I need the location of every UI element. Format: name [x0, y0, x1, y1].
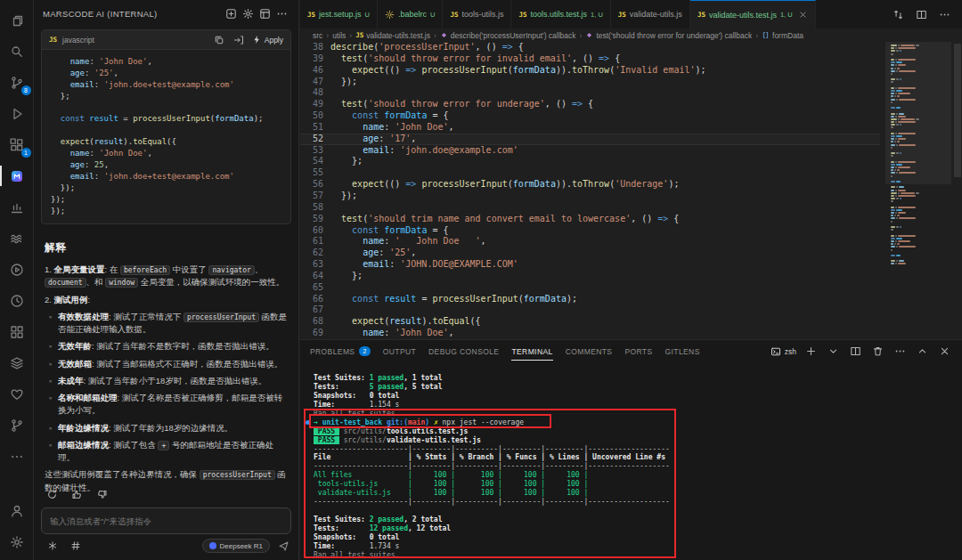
source-control-icon[interactable]: 8 [4, 69, 30, 95]
code-line[interactable] [330, 282, 880, 294]
terminal-line[interactable]: All files | 100 | 100 | 100 | 100 | [314, 471, 955, 480]
scrollbar-thumb[interactable] [954, 44, 961, 177]
code-editor[interactable]: 3839464748495051525354555657585960616263… [300, 42, 962, 339]
history-icon[interactable] [4, 288, 30, 313]
insert-icon[interactable] [232, 32, 247, 47]
marscode-ai-icon[interactable] [4, 163, 30, 189]
code-line[interactable]: name: ' John Doe ', [330, 236, 880, 248]
code-line[interactable]: age: '25', [330, 248, 880, 259]
code-line[interactable]: test('should trim name and convert email… [330, 214, 880, 225]
code-line[interactable]: expect(() => processUserInput(formData))… [330, 65, 880, 77]
minimap[interactable] [891, 45, 948, 266]
code-line[interactable]: }; [330, 156, 880, 167]
panel-tab-ports[interactable]: PORTS [624, 340, 652, 362]
more-icon[interactable] [4, 443, 30, 469]
tab-tools.utils.test.js[interactable]: JStools.utils.test.js1, U [511, 0, 610, 28]
terminal-line[interactable]: Snapshots: 0 total [314, 533, 955, 542]
more-icon[interactable] [893, 344, 908, 359]
settings-gear-icon[interactable] [240, 6, 256, 21]
editor-scrollbar[interactable] [953, 42, 962, 339]
skill-icon[interactable] [45, 539, 60, 554]
code-line[interactable] [330, 167, 880, 179]
code-line[interactable] [330, 87, 880, 99]
files-icon[interactable] [4, 7, 30, 33]
terminal-line[interactable]: Test Suites: 1 passed, 1 total [314, 374, 955, 383]
terminal-line[interactable]: validate-utils.js | 100 | 100 | 100 | 10… [314, 489, 955, 498]
code-line[interactable]: const formData = { [330, 225, 880, 237]
extensions-icon[interactable]: 1 [4, 132, 30, 158]
git-branch-icon[interactable] [4, 412, 30, 438]
code-content[interactable]: describe('processUserInput', () => { tes… [330, 42, 880, 339]
breadcrumb-item[interactable]: formData [762, 31, 803, 40]
code-line[interactable]: age: '17', [330, 134, 880, 145]
terminal-line[interactable]: PASS src/utils/tools.utils.test.js [314, 427, 955, 436]
terminal-output[interactable]: Test Suites: 1 passed, 1 totalTests: 5 p… [314, 374, 955, 560]
close-icon[interactable] [937, 344, 952, 359]
send-button[interactable] [278, 540, 289, 552]
more-icon[interactable] [937, 7, 952, 22]
settings-gear-icon[interactable] [4, 529, 30, 555]
code-line[interactable] [330, 202, 880, 214]
code-line[interactable]: describe('processUserInput', () => { [330, 42, 880, 53]
trash-icon[interactable] [870, 344, 885, 359]
code-line[interactable]: }); [330, 77, 880, 88]
breadcrumb-item[interactable]: utils [332, 31, 346, 40]
model-selector[interactable]: Deepseek R1 [202, 539, 270, 553]
chevron-up-icon[interactable] [915, 344, 930, 359]
chat-input[interactable] [50, 516, 282, 526]
terminal-line[interactable]: Time: 1.154 s [314, 401, 955, 410]
terminal-line[interactable]: ----------------------|---------|-------… [314, 462, 955, 471]
code-line[interactable]: const result = processUserInput(formData… [330, 294, 880, 305]
terminal-line[interactable]: Tests: 5 passed, 5 total [314, 383, 955, 392]
terminal-line[interactable]: Ran all test suites. [314, 410, 955, 418]
split-icon[interactable] [848, 344, 863, 359]
code-line[interactable] [330, 304, 880, 316]
code-line[interactable]: name: 'John Doe', [330, 328, 880, 339]
code-line[interactable]: expect(() => processUserInput(formData))… [330, 179, 880, 191]
copy-icon[interactable] [212, 32, 227, 47]
terminal-line[interactable]: File | % Stmts | % Branch | % Funcs | % … [314, 453, 955, 462]
waves-icon[interactable] [4, 225, 30, 251]
apply-button[interactable]: Apply [252, 35, 283, 45]
run-debug-icon[interactable] [4, 101, 30, 126]
tab-validate-utils.test.js[interactable]: JSvalidate-utils.test.js1, U [690, 0, 816, 28]
layers-icon[interactable] [4, 350, 30, 376]
terminal-line[interactable]: tools-utils.js | 100 | 100 | 100 | 100 | [314, 480, 955, 489]
thumb-up-icon[interactable] [69, 487, 85, 502]
breadcrumb-item[interactable]: describe('processUserInput') callback [440, 31, 576, 40]
breadcrumb-item[interactable]: src [313, 31, 322, 40]
terminal-line[interactable]: Tests: 12 passed, 12 total [314, 524, 955, 533]
code-line[interactable]: }); [330, 191, 880, 202]
code-line[interactable]: email: 'JOHN.DOE@EXAMPLE.COM' [330, 259, 880, 271]
code-line[interactable]: name: 'John Doe', [330, 122, 880, 134]
chart-icon[interactable] [4, 194, 30, 220]
hash-icon[interactable] [68, 539, 83, 554]
terminal-line[interactable] [314, 507, 955, 515]
tab-.babelrc[interactable]: .babelrcU [378, 0, 443, 28]
code-line[interactable]: expect(result).toEqual({ [330, 316, 880, 328]
account-icon[interactable] [4, 498, 30, 523]
terminal-line[interactable]: ----------------------|---------|-------… [314, 498, 955, 507]
tab-jest.setup.js[interactable]: JSjest.setup.jsU [300, 0, 378, 28]
new-chat-icon[interactable] [224, 6, 239, 21]
panel-tab-debug-console[interactable]: DEBUG CONSOLE [428, 340, 499, 362]
chevron-down-icon[interactable] [826, 344, 841, 359]
terminal-line[interactable]: → unit-test_back git:(main) ✗ npx jest -… [314, 418, 955, 427]
split-editor-icon[interactable] [914, 7, 929, 22]
panel-tab-gitlens[interactable]: GITLENS [665, 340, 700, 362]
refresh-icon[interactable] [45, 487, 60, 502]
panel-tab-comments[interactable]: COMMENTS [566, 340, 613, 362]
terminal-line[interactable]: Time: 1.734 s [314, 542, 955, 551]
plus-icon[interactable] [803, 344, 819, 359]
close-icon[interactable] [798, 10, 808, 20]
breadcrumb-item[interactable]: JSvalidate-utils.test.js [355, 31, 430, 40]
open-window-icon[interactable] [257, 6, 273, 21]
breadcrumb-item[interactable]: test('should throw error for underage') … [585, 31, 752, 40]
more-icon[interactable] [274, 6, 289, 21]
terminal-line[interactable]: PASS src/utils/validate-utils.test.js [314, 436, 955, 445]
code-line[interactable]: test('should throw error for underage', … [330, 99, 880, 110]
shell-selector[interactable]: zsh [770, 346, 796, 357]
code-line[interactable]: email: 'john.doe@example.com' [330, 145, 880, 157]
panel-tab-problems[interactable]: PROBLEMS2 [310, 340, 371, 362]
terminal-line[interactable]: ----------------------|---------|-------… [314, 445, 955, 454]
